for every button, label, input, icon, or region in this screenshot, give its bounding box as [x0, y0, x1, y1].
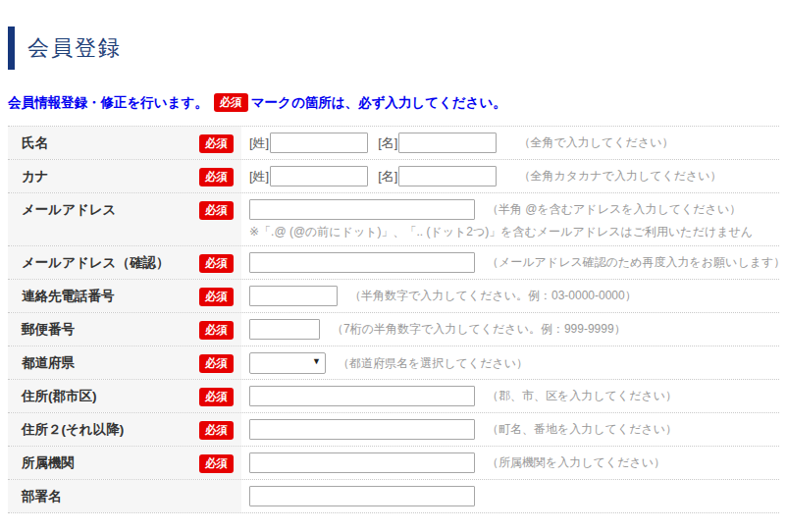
row-label-cell: 住所２(それ以降)必須	[8, 413, 241, 446]
required-badge: 必須	[199, 201, 234, 219]
row-content	[247, 480, 779, 512]
address2-input[interactable]	[249, 419, 475, 440]
row-label-cell: カナ必須	[8, 160, 241, 192]
field-line: （所属機関を入力してください）	[249, 452, 779, 473]
row-label: 連絡先電話番号	[22, 288, 115, 305]
address1-input[interactable]	[249, 386, 475, 406]
field-line: （7桁の半角数字で入力してください。例：999-9999）	[249, 319, 779, 340]
member-registration-page: 会員登録 会員情報登録・修正を行います。必須マークの箇所は、必ず入力してください…	[0, 0, 787, 532]
row-label: 所属機関	[22, 454, 75, 472]
row-label-cell: 連絡先電話番号必須	[8, 280, 241, 312]
row-content: （7桁の半角数字で入力してください。例：999-9999）	[247, 313, 779, 346]
name-first-input[interactable]	[398, 133, 497, 153]
form-row-kana: カナ必須[姓][名]（全角カタカナで入力してください）	[8, 159, 779, 192]
field-line: （町名、番地を入力してください）	[249, 419, 779, 440]
row-content: （半角数字で入力してください。例：03-0000-0000）	[247, 280, 779, 312]
field-line: [姓][名]（全角カタカナで入力してください）	[249, 166, 779, 186]
department-input[interactable]	[249, 486, 475, 506]
row-label-cell: 郵便番号必須	[8, 313, 241, 346]
field-prefix: [姓]	[249, 134, 269, 152]
row-label: 住所(郡市区)	[22, 388, 97, 405]
form-row-department: 部署名	[8, 479, 779, 512]
row-content: （郡、市、区を入力してください）	[247, 380, 779, 412]
row-label-cell: 都道府県必須	[8, 346, 241, 379]
prefecture-select[interactable]	[249, 352, 326, 374]
row-label: 都道府県	[22, 354, 75, 372]
page-title: 会員登録	[8, 27, 779, 70]
field-line: ▼（都道府県名を選択してください）	[249, 352, 779, 374]
intro-text-before: 会員情報登録・修正を行います。	[8, 95, 208, 110]
field-line: （メールアドレス確認のため再度入力をお願いします）	[249, 252, 785, 273]
required-badge: 必須	[199, 134, 234, 152]
field-hint: （町名、番地を入力してください）	[487, 421, 677, 438]
form-row-email: メールアドレス必須（半角 @を含むアドレスを入力してください）※「.@ (@の前…	[8, 192, 779, 245]
required-badge: 必須	[199, 388, 234, 405]
field-prefix: [姓]	[249, 168, 269, 186]
required-badge: 必須	[199, 354, 234, 372]
field-hint: （半角 @を含むアドレスを入力してください）	[487, 201, 741, 218]
field-line: （半角 @を含むアドレスを入力してください）	[249, 199, 779, 220]
field-hint: （全角で入力してください）	[518, 134, 673, 151]
field-line: （郡、市、区を入力してください）	[249, 386, 779, 406]
required-badge: 必須	[199, 254, 234, 272]
row-content: ▼（都道府県名を選択してください）	[247, 346, 779, 379]
name-last-input[interactable]	[270, 133, 368, 153]
row-content: （所属機関を入力してください）	[247, 447, 779, 479]
row-label: カナ	[22, 168, 49, 186]
intro-text: 会員情報登録・修正を行います。必須マークの箇所は、必ず入力してください。	[8, 93, 779, 112]
form-row-email-confirm: メールアドレス（確認）必須（メールアドレス確認のため再度入力をお願いします）	[8, 245, 779, 279]
field-hint: （半角数字で入力してください。例：03-0000-0000）	[349, 288, 637, 304]
row-label-cell: メールアドレス必須	[8, 193, 241, 245]
field-line: （半角数字で入力してください。例：03-0000-0000）	[249, 286, 779, 306]
required-badge: 必須	[199, 421, 234, 439]
field-prefix: [名]	[378, 134, 397, 152]
required-badge: 必須	[199, 288, 234, 305]
prefecture-select-wrap: ▼	[249, 352, 326, 374]
row-label: 部署名	[22, 488, 62, 505]
kana-first-input[interactable]	[398, 166, 497, 186]
row-label: 住所２(それ以降)	[22, 421, 124, 439]
form-row-prefecture: 都道府県必須▼（都道府県名を選択してください）	[8, 346, 779, 379]
row-label-cell: 部署名	[8, 480, 241, 512]
organization-input[interactable]	[249, 452, 475, 473]
intro-text-after: マークの箇所は、必ず入力してください。	[251, 95, 506, 110]
phone-input[interactable]	[249, 286, 338, 306]
registration-form-table: 氏名必須[姓][名]（全角で入力してください）カナ必須[姓][名]（全角カタカナ…	[8, 126, 779, 513]
row-label: 氏名	[22, 134, 48, 152]
row-label: メールアドレス	[22, 201, 116, 219]
field-hint: （7桁の半角数字で入力してください。例：999-9999）	[332, 321, 626, 338]
row-content: [姓][名]（全角カタカナで入力してください）	[247, 160, 779, 192]
postal-code-input[interactable]	[249, 319, 320, 340]
form-row-organization: 所属機関必須（所属機関を入力してください）	[8, 446, 779, 479]
row-label-cell: 所属機関必須	[8, 447, 241, 479]
field-hint: （全角カタカナで入力してください）	[518, 168, 721, 185]
required-badge: 必須	[199, 321, 234, 339]
email-confirm-input[interactable]	[249, 252, 475, 273]
row-label-cell: 住所(郡市区)必須	[8, 380, 241, 412]
form-row-address2: 住所２(それ以降)必須（町名、番地を入力してください）	[8, 412, 779, 446]
required-badge: 必須	[199, 454, 234, 472]
row-content: （町名、番地を入力してください）	[247, 413, 779, 446]
row-label-cell: 氏名必須	[8, 127, 241, 159]
form-row-name: 氏名必須[姓][名]（全角で入力してください）	[8, 126, 779, 159]
field-line	[249, 486, 779, 506]
row-content: （メールアドレス確認のため再度入力をお願いします）	[247, 246, 785, 279]
form-row-address1: 住所(郡市区)必須（郡、市、区を入力してください）	[8, 379, 779, 412]
row-label: 郵便番号	[22, 321, 75, 339]
required-badge-legend: 必須	[214, 93, 248, 111]
row-content: [姓][名]（全角で入力してください）	[247, 127, 779, 159]
required-badge: 必須	[199, 168, 234, 186]
row-content: （半角 @を含むアドレスを入力してください）※「.@ (@の前にドット)」、「.…	[247, 193, 779, 245]
field-hint: （所属機関を入力してください）	[487, 454, 665, 471]
field-hint: （メールアドレス確認のため再度入力をお願いします）	[487, 254, 785, 271]
email-input[interactable]	[249, 199, 475, 220]
field-line: [姓][名]（全角で入力してください）	[249, 133, 779, 153]
field-hint: （郡、市、区を入力してください）	[487, 388, 677, 404]
field-hint: （都道府県名を選択してください）	[338, 355, 528, 372]
field-prefix: [名]	[378, 168, 397, 186]
field-note: ※「.@ (@の前にドット)」、「.. (ドット2つ)」を含むメールアドレスはご…	[249, 224, 779, 240]
form-row-postal-code: 郵便番号必須（7桁の半角数字で入力してください。例：999-9999）	[8, 312, 779, 346]
kana-last-input[interactable]	[270, 166, 368, 186]
form-row-phone: 連絡先電話番号必須（半角数字で入力してください。例：03-0000-0000）	[8, 279, 779, 312]
row-label: メールアドレス（確認）	[22, 254, 169, 272]
